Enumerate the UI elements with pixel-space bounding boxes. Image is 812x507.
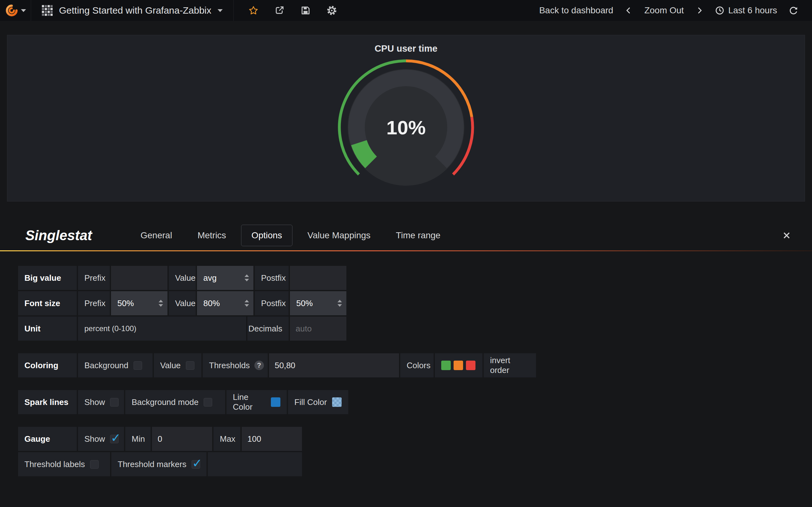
- grafana-logo-icon: [5, 4, 18, 17]
- dashboard-title: Getting Started with Grafana-Zabbix: [59, 5, 211, 16]
- spark-show-checkbox[interactable]: [110, 398, 119, 406]
- decimals-field: [290, 317, 346, 341]
- background-mode-checkbox[interactable]: [204, 398, 212, 406]
- tab-time-range[interactable]: Time range: [386, 225, 451, 246]
- tab-general[interactable]: General: [130, 225, 183, 246]
- dashboard-title-button[interactable]: Getting Started with Grafana-Zabbix: [31, 0, 234, 21]
- gauge-chart: 10%: [295, 55, 517, 194]
- gauge-show-checkbox[interactable]: [110, 435, 119, 443]
- gauge-max-label: Max: [213, 427, 241, 451]
- font-size-value-label: Value: [169, 291, 196, 315]
- stepper-arrows-icon: [245, 300, 249, 307]
- gear-icon: [326, 5, 337, 16]
- editor-header: Singlestat GeneralMetricsOptionsValue Ma…: [0, 221, 812, 250]
- gauge-min-label: Min: [125, 427, 151, 451]
- font-size-prefix-select[interactable]: 50%: [111, 291, 167, 315]
- font-size-postfix-select[interactable]: 50%: [290, 291, 346, 315]
- big-value-postfix-field: [290, 266, 346, 290]
- tab-metrics[interactable]: Metrics: [187, 225, 237, 246]
- star-button[interactable]: [248, 5, 258, 15]
- thresholds-input[interactable]: [269, 353, 399, 377]
- threshold-markers-checkbox[interactable]: [192, 460, 200, 469]
- save-icon: [300, 5, 310, 15]
- time-range-label: Last 6 hours: [728, 5, 777, 15]
- panel-title: CPU user time: [374, 43, 438, 54]
- fill-color-overlay: [332, 397, 342, 407]
- empty-cell: [208, 452, 302, 476]
- time-shift-right-button[interactable]: [695, 6, 704, 14]
- clock-icon: [715, 6, 724, 15]
- spark-lines-label: Spark lines: [18, 390, 77, 414]
- refresh-button[interactable]: [789, 6, 798, 15]
- thresholds-field: [269, 353, 399, 377]
- stepper-arrows-icon: [338, 300, 342, 307]
- coloring-background-option: Background: [78, 353, 153, 377]
- help-icon[interactable]: ?: [254, 360, 264, 370]
- panel-editor: Singlestat GeneralMetricsOptionsValue Ma…: [0, 221, 812, 476]
- grafana-logo-button[interactable]: [0, 0, 31, 21]
- decimals-input[interactable]: [290, 317, 346, 341]
- spark-lines-group: Spark lines Show Background mode Line Co…: [18, 390, 812, 414]
- unit-label: Unit: [18, 317, 77, 341]
- time-picker-button[interactable]: Last 6 hours: [715, 5, 777, 15]
- big-value-prefix-input[interactable]: [111, 266, 167, 290]
- threshold-color-swatch-1[interactable]: [454, 360, 463, 370]
- caret-down-icon: [217, 9, 223, 12]
- threshold-colors-swatches: [441, 360, 475, 370]
- gauge-min-input[interactable]: [152, 427, 212, 451]
- big-value-row: Big value Prefix Value avg Postfix: [18, 266, 812, 290]
- unit-value-link[interactable]: percent (0-100): [84, 324, 136, 333]
- fill-color-swatch[interactable]: [332, 397, 342, 407]
- font-size-value-select[interactable]: 80%: [197, 291, 253, 315]
- gauge-options-group: Gauge Show Min Max Th: [18, 427, 812, 476]
- tab-value-mappings[interactable]: Value Mappings: [297, 225, 381, 246]
- threshold-colors-cell: [435, 353, 483, 377]
- thresholds-label-cell: Thresholds ?: [203, 353, 268, 377]
- back-to-dashboard-button[interactable]: Back to dashboard: [539, 5, 613, 15]
- threshold-color-swatch-2[interactable]: [466, 360, 475, 370]
- share-button[interactable]: [274, 5, 285, 15]
- gauge-max-input[interactable]: [242, 427, 302, 451]
- tab-options[interactable]: Options: [241, 225, 293, 246]
- line-color-swatch[interactable]: [271, 397, 281, 407]
- gauge-show-option: Show: [78, 427, 124, 451]
- close-icon: [782, 231, 791, 240]
- gauge-label: Gauge: [18, 427, 77, 451]
- time-shift-left-button[interactable]: [624, 6, 633, 14]
- share-icon: [274, 5, 285, 15]
- navbar: Getting Started with Grafana-Zabbix: [0, 0, 812, 21]
- svg-text:10%: 10%: [386, 117, 426, 138]
- background-checkbox[interactable]: [134, 361, 142, 370]
- close-editor-button[interactable]: [782, 231, 791, 240]
- coloring-row: Coloring Background Value Thresholds ?: [18, 353, 812, 377]
- star-icon: [248, 5, 258, 15]
- big-value-stat-select[interactable]: avg: [197, 266, 253, 290]
- big-value-prefix-label: Prefix: [78, 266, 110, 290]
- coloring-group: Coloring Background Value Thresholds ?: [18, 353, 812, 377]
- gauge-panel: CPU user time 10%: [7, 35, 805, 202]
- threshold-labels-option: Threshold labels: [18, 452, 110, 476]
- threshold-labels-checkbox[interactable]: [90, 460, 99, 469]
- spark-lines-row: Spark lines Show Background mode Line Co…: [18, 390, 812, 414]
- font-size-prefix-label: Prefix: [78, 291, 110, 315]
- colors-label: Colors: [400, 353, 434, 377]
- unit-value-cell: percent (0-100): [78, 317, 246, 341]
- line-color-cell: Line Color: [226, 390, 287, 414]
- caret-down-icon: [21, 9, 26, 12]
- invert-order-link[interactable]: invert order: [490, 355, 530, 375]
- value-checkbox[interactable]: [186, 361, 194, 370]
- stepper-arrows-icon: [159, 300, 163, 307]
- chevron-left-icon: [624, 6, 633, 14]
- threshold-color-swatch-0[interactable]: [441, 360, 451, 370]
- chevron-right-icon: [695, 6, 704, 14]
- threshold-display-row: Threshold labels Threshold markers: [18, 452, 812, 476]
- big-value-label: Big value: [18, 266, 77, 290]
- big-value-postfix-input[interactable]: [290, 266, 346, 290]
- editor-tabs: GeneralMetricsOptionsValue MappingsTime …: [130, 225, 451, 246]
- zoom-out-button[interactable]: Zoom Out: [644, 5, 683, 15]
- save-button[interactable]: [300, 5, 310, 15]
- spark-show-option: Show: [78, 390, 124, 414]
- panel-type-title: Singlestat: [26, 228, 130, 243]
- settings-button[interactable]: [326, 5, 337, 16]
- threshold-markers-option: Threshold markers: [111, 452, 206, 476]
